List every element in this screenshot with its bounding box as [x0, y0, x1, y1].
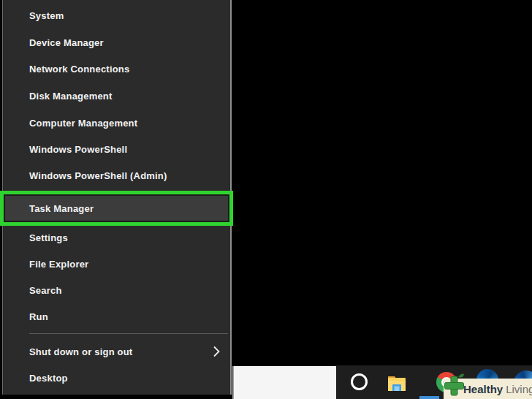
menu-item-shut-down-or-sign-out[interactable]: Shut down or sign out	[2, 338, 230, 365]
menu-item-label: Disk Management	[29, 91, 113, 102]
menu-item-disk-management[interactable]: Disk Management	[2, 83, 230, 109]
menu-item-file-explorer[interactable]: File Explorer	[2, 251, 230, 277]
menu-item-label: Run	[29, 311, 48, 322]
menu-item-settings[interactable]: Settings	[2, 224, 230, 251]
menu-item-task-manager[interactable]: Task Manager	[4, 194, 229, 222]
menu-item-search[interactable]: Search	[2, 277, 230, 303]
menu-item-label: System	[29, 10, 64, 21]
cortana-icon[interactable]	[351, 373, 368, 390]
menu-item-label: Settings	[29, 232, 68, 243]
menu-divider	[29, 333, 228, 334]
menu-item-device-manager[interactable]: Device Manager	[2, 29, 230, 56]
medical-cross-leaf-icon	[442, 372, 466, 397]
menu-item-label: Windows PowerShell (Admin)	[29, 170, 167, 181]
active-app-underline	[419, 396, 439, 399]
watermark-brand-light: Living	[506, 383, 532, 395]
menu-item-label: Shut down or sign out	[29, 346, 132, 357]
menu-item-computer-management[interactable]: Computer Management	[2, 110, 230, 136]
menu-item-desktop[interactable]: Desktop	[2, 365, 230, 391]
menu-item-system[interactable]: System	[2, 2, 230, 28]
screenshot-root: { "menu": { "background": "#2b2b2b", "hi…	[0, 0, 532, 399]
task-manager-highlight-box: Task Manager	[0, 191, 233, 226]
taskbar-search-input[interactable]	[232, 366, 336, 399]
menu-item-label: Task Manager	[29, 203, 94, 214]
menu-item-label: Windows PowerShell	[29, 144, 127, 155]
healthy-living-watermark: Healthy Living	[444, 379, 532, 399]
menu-item-label: Computer Management	[29, 118, 137, 129]
chevron-right-icon	[213, 346, 220, 357]
menu-item-label: File Explorer	[29, 259, 88, 270]
menu-item-network-connections[interactable]: Network Connections	[2, 56, 230, 82]
watermark-brand-bold: Healthy	[463, 383, 503, 395]
menu-item-label: Network Connections	[29, 64, 129, 75]
menu-item-label: Desktop	[29, 373, 68, 384]
menu-item-windows-powershell[interactable]: Windows PowerShell	[2, 136, 230, 162]
menu-item-run[interactable]: Run	[2, 303, 230, 330]
menu-item-label: Search	[29, 285, 62, 296]
menu-item-label: Device Manager	[29, 37, 104, 48]
file-explorer-icon[interactable]	[387, 373, 406, 392]
menu-item-windows-powershell-admin[interactable]: Windows PowerShell (Admin)	[2, 162, 230, 189]
